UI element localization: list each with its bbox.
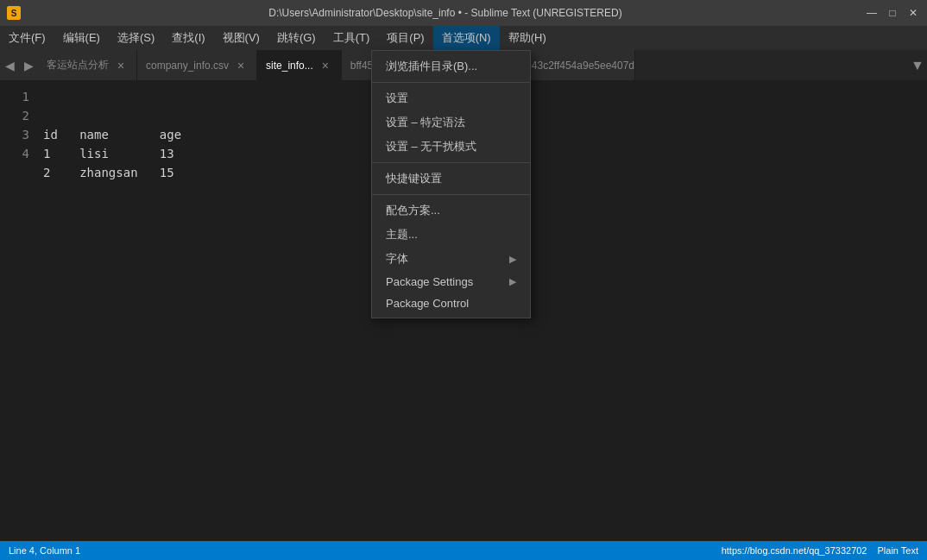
- line-number: 2: [0, 106, 29, 125]
- dropdown-item-label: 快捷键设置: [386, 171, 442, 186]
- status-url: https://blog.csdn.net/qq_37332702: [722, 545, 867, 556]
- dropdown-item-10[interactable]: 字体▶: [372, 247, 530, 271]
- submenu-arrow-icon: ▶: [509, 276, 516, 287]
- dropdown-item-label: 字体: [386, 251, 408, 267]
- app-icon: S: [7, 6, 21, 20]
- dropdown-item-label: 设置: [386, 91, 408, 106]
- menu-item-9[interactable]: 帮助(H): [500, 26, 555, 50]
- menu-item-8[interactable]: 首选项(N): [433, 26, 500, 50]
- line-number: 3: [0, 125, 29, 144]
- tab-close-0[interactable]: ×: [114, 59, 128, 72]
- dropdown-item-6[interactable]: 快捷键设置: [372, 167, 530, 191]
- window-controls: — □ ✕: [865, 6, 920, 20]
- menu-item-6[interactable]: 工具(T): [325, 26, 379, 50]
- dropdown-item-9[interactable]: 主题...: [372, 223, 530, 247]
- menu-item-4[interactable]: 视图(V): [214, 26, 268, 50]
- dropdown-separator: [372, 162, 530, 163]
- tab-label-1: company_info.csv: [146, 60, 229, 72]
- dropdown-item-label: 设置 – 特定语法: [386, 115, 465, 130]
- dropdown-item-label: 配色方案...: [386, 203, 440, 218]
- tab-1[interactable]: company_info.csv×: [137, 50, 257, 80]
- dropdown-item-0[interactable]: 浏览插件目录(B)...: [372, 54, 530, 79]
- preferences-dropdown: 浏览插件目录(B)...设置设置 – 特定语法设置 – 无干扰模式快捷键设置配色…: [371, 50, 531, 318]
- menu-item-5[interactable]: 跳转(G): [268, 26, 325, 50]
- tab-close-1[interactable]: ×: [234, 59, 248, 72]
- tab-2[interactable]: site_info...×: [257, 50, 342, 80]
- dropdown-item-3[interactable]: 设置 – 特定语法: [372, 110, 530, 135]
- dropdown-item-label: 设置 – 无干扰模式: [386, 139, 476, 154]
- dropdown-separator: [372, 194, 530, 195]
- status-bar: Line 4, Column 1 https://blog.csdn.net/q…: [0, 541, 927, 560]
- close-button[interactable]: ✕: [906, 6, 920, 20]
- dropdown-item-label: Package Control: [386, 297, 469, 310]
- menu-bar: 文件(F)编辑(E)选择(S)查找(I)视图(V)跳转(G)工具(T)项目(P)…: [0, 26, 927, 50]
- line-numbers: 1234: [0, 80, 35, 541]
- status-right: https://blog.csdn.net/qq_37332702 Plain …: [722, 545, 918, 556]
- dropdown-item-label: 主题...: [386, 227, 418, 242]
- tab-label-2: site_info...: [266, 60, 313, 72]
- menu-item-1[interactable]: 编辑(E): [54, 26, 109, 50]
- dropdown-item-label: 浏览插件目录(B)...: [386, 59, 477, 74]
- tab-0[interactable]: 客运站点分析×: [38, 50, 137, 80]
- menu-item-0[interactable]: 文件(F): [0, 26, 54, 50]
- submenu-arrow-icon: ▶: [509, 254, 516, 265]
- window-title: D:\Users\Administrator\Desktop\site_info…: [26, 7, 865, 19]
- dropdown-separator: [372, 82, 530, 83]
- tab-label-0: 客运站点分析: [47, 58, 109, 72]
- tab-close-2[interactable]: ×: [318, 59, 332, 72]
- menu-item-3[interactable]: 查找(I): [163, 26, 213, 50]
- tab-right-button[interactable]: ▶: [19, 50, 38, 80]
- dropdown-item-2[interactable]: 设置: [372, 86, 530, 110]
- menu-item-7[interactable]: 项目(P): [378, 26, 432, 50]
- maximize-button[interactable]: □: [886, 6, 899, 20]
- dropdown-item-4[interactable]: 设置 – 无干扰模式: [372, 135, 530, 159]
- title-bar: S D:\Users\Administrator\Desktop\site_in…: [0, 0, 927, 26]
- line-number: 1: [0, 87, 29, 106]
- cursor-position: Line 4, Column 1: [9, 545, 80, 556]
- dropdown-item-label: Package Settings: [386, 275, 473, 288]
- dropdown-item-12[interactable]: Package Control: [372, 293, 530, 314]
- dropdown-item-8[interactable]: 配色方案...: [372, 198, 530, 223]
- minimize-button[interactable]: —: [865, 6, 879, 20]
- status-syntax: Plain Text: [878, 545, 919, 556]
- tab-left-button[interactable]: ◀: [0, 50, 19, 80]
- tab-overflow-button[interactable]: ▼: [908, 50, 927, 80]
- dropdown-item-11[interactable]: Package Settings▶: [372, 271, 530, 293]
- line-number: 4: [0, 144, 29, 163]
- menu-item-2[interactable]: 选择(S): [109, 26, 163, 50]
